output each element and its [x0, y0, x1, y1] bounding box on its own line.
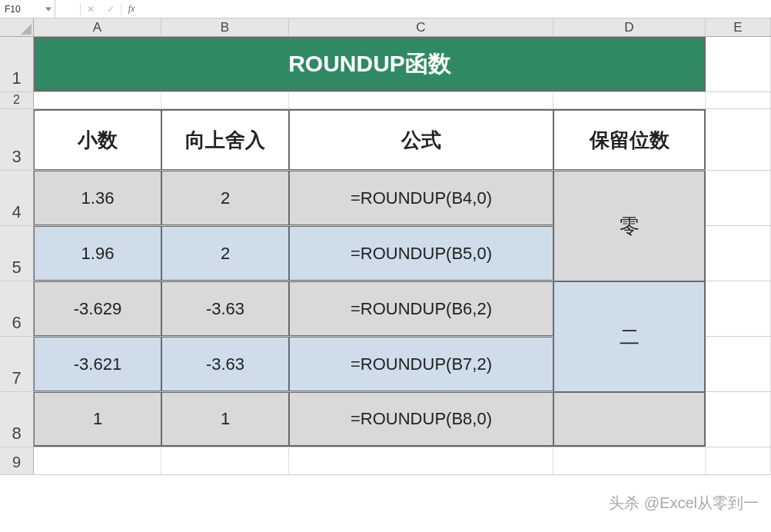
watermark: 头杀 @Excel从零到一	[609, 493, 759, 514]
row-header-9[interactable]: 9	[0, 447, 34, 474]
cell-b2[interactable]	[161, 92, 289, 108]
header-digits[interactable]: 保留位数	[553, 109, 706, 170]
row-4: 4 1.36 2 =ROUNDUP(B4,0) 零	[0, 171, 771, 226]
select-all-corner[interactable]	[0, 18, 34, 36]
col-header-a[interactable]: A	[34, 18, 161, 36]
row-header-7[interactable]: 7	[0, 337, 34, 391]
spreadsheet: A B C D E 1 ROUNDUP函数 2 3 小数 向上舍入 公式 保留位…	[0, 18, 771, 475]
cell-a7[interactable]: -3.621	[34, 337, 161, 391]
row-header-3[interactable]: 3	[0, 109, 34, 170]
row-header-4[interactable]: 4	[0, 171, 34, 225]
cell-b7[interactable]: -3.63	[161, 337, 289, 391]
cell-e4[interactable]	[706, 171, 771, 225]
row-6: 6 -3.629 -3.63 =ROUNDUP(B6,2) 二	[0, 281, 771, 337]
cell-d8[interactable]	[553, 392, 706, 447]
cell-a8[interactable]: 1	[34, 392, 161, 447]
col-header-d[interactable]: D	[553, 18, 706, 36]
fx-icon[interactable]: fx	[121, 0, 141, 18]
cell-a4[interactable]: 1.36	[34, 171, 161, 225]
cell-b8[interactable]: 1	[161, 392, 289, 447]
cell-c4[interactable]: =ROUNDUP(B4,0)	[289, 171, 553, 225]
cell-b5[interactable]: 2	[161, 226, 289, 281]
cell-d6-merged[interactable]: 二	[553, 281, 706, 392]
cell-a5[interactable]: 1.96	[34, 226, 161, 281]
col-header-c[interactable]: C	[289, 18, 553, 36]
cell-e6[interactable]	[706, 281, 771, 336]
name-box[interactable]: F10	[0, 0, 55, 18]
name-box-value: F10	[5, 4, 21, 15]
cell-c5[interactable]: =ROUNDUP(B5,0)	[289, 226, 553, 281]
row-3: 3 小数 向上舍入 公式 保留位数	[0, 109, 771, 171]
formula-bar: F10 ✕ ✓ fx	[0, 0, 771, 18]
row-2: 2	[0, 92, 771, 109]
cell-d2[interactable]	[553, 92, 706, 108]
row-header-6[interactable]: 6	[0, 281, 34, 336]
cell-c2[interactable]	[289, 92, 553, 108]
formula-bar-gap	[55, 0, 80, 18]
cell-e7[interactable]	[706, 337, 771, 391]
cell-e8[interactable]	[706, 392, 771, 447]
cell-a6[interactable]: -3.629	[34, 281, 161, 336]
header-roundup[interactable]: 向上舍入	[161, 109, 289, 170]
cell-b4[interactable]: 2	[161, 171, 289, 225]
row-header-5[interactable]: 5	[0, 226, 34, 281]
header-decimal[interactable]: 小数	[34, 109, 161, 170]
cell-e1[interactable]	[706, 37, 771, 91]
cell-c8[interactable]: =ROUNDUP(B8,0)	[289, 392, 553, 447]
cell-d4-merged[interactable]: 零	[553, 171, 706, 281]
row-header-2[interactable]: 2	[0, 92, 34, 108]
title-cell[interactable]: ROUNDUP函数	[34, 37, 706, 91]
cell-a2[interactable]	[34, 92, 161, 108]
column-headers: A B C D E	[0, 18, 771, 37]
cancel-icon: ✕	[81, 0, 101, 18]
cell-d9[interactable]	[553, 447, 706, 474]
cell-a9[interactable]	[34, 447, 161, 474]
cell-b9[interactable]	[161, 447, 289, 474]
chevron-down-icon[interactable]	[45, 7, 52, 11]
row-8: 8 1 1 =ROUNDUP(B8,0)	[0, 392, 771, 447]
cell-e2[interactable]	[706, 92, 771, 108]
cell-e5[interactable]	[706, 226, 771, 281]
row-1: 1 ROUNDUP函数	[0, 37, 771, 92]
header-formula[interactable]: 公式	[289, 109, 553, 170]
cell-e9[interactable]	[706, 447, 771, 474]
col-header-e[interactable]: E	[706, 18, 771, 36]
confirm-icon: ✓	[101, 0, 121, 18]
cell-c9[interactable]	[289, 447, 553, 474]
row-header-1[interactable]: 1	[0, 37, 34, 91]
cell-c7[interactable]: =ROUNDUP(B7,2)	[289, 337, 553, 391]
col-header-b[interactable]: B	[161, 18, 289, 36]
row-9: 9	[0, 447, 771, 475]
cell-b6[interactable]: -3.63	[161, 281, 289, 336]
cell-e3[interactable]	[706, 109, 771, 170]
row-header-8[interactable]: 8	[0, 392, 34, 447]
cell-c6[interactable]: =ROUNDUP(B6,2)	[289, 281, 553, 336]
formula-input[interactable]	[141, 0, 771, 18]
